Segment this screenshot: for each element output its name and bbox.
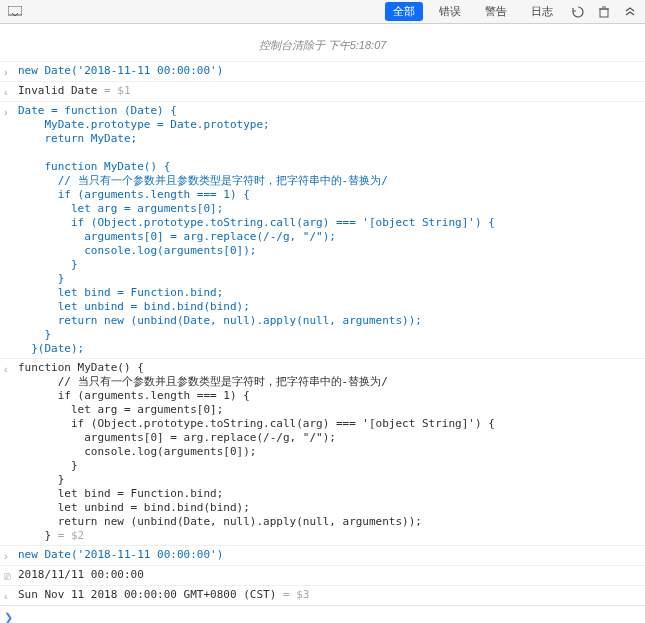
entry-text: Invalid Date = $1 (18, 84, 131, 98)
chevron-up-icon[interactable] (621, 3, 639, 21)
result-index: = $2 (51, 529, 84, 542)
chevron-right-icon: › (4, 64, 18, 79)
tab-logs[interactable]: 日志 (523, 2, 561, 21)
svg-rect-1 (600, 9, 608, 17)
console-result: ‹Sun Nov 11 2018 00:00:00 GMT+0800 (CST)… (0, 585, 645, 605)
console-result: ‹function MyDate() { // 当只有一个参数并且参数类型是字符… (0, 358, 645, 545)
entry-text: Date = function (Date) { MyDate.prototyp… (18, 104, 495, 356)
chevron-left-icon: ‹ (4, 84, 18, 99)
console-command: ›new Date('2018-11-11 00:00:00') (0, 61, 645, 81)
console-command: ›new Date('2018-11-11 00:00:00') (0, 545, 645, 565)
tab-all[interactable]: 全部 (385, 2, 423, 21)
reload-icon[interactable] (569, 3, 587, 21)
tab-errors[interactable]: 错误 (431, 2, 469, 21)
tab-warnings[interactable]: 警告 (477, 2, 515, 21)
entry-text: Sun Nov 11 2018 00:00:00 GMT+0800 (CST) … (18, 588, 309, 602)
console-prompt[interactable]: ❯ (0, 605, 645, 623)
prompt-chevron-icon: ❯ (4, 611, 18, 623)
console-toolbar: 全部 错误 警告 日志 (0, 0, 645, 24)
log-icon: ⎚ (4, 568, 18, 583)
console-input[interactable] (18, 610, 641, 623)
result-index: = $1 (97, 84, 130, 97)
entry-text: new Date('2018-11-11 00:00:00') (18, 548, 223, 562)
entry-text: function MyDate() { // 当只有一个参数并且参数类型是字符时… (18, 361, 495, 543)
result-index: = $3 (276, 588, 309, 601)
chevron-left-icon: ‹ (4, 361, 18, 376)
trash-icon[interactable] (595, 3, 613, 21)
console-entries: ›new Date('2018-11-11 00:00:00')‹Invalid… (0, 61, 645, 605)
console-cleared-message: 控制台清除于 下午5:18:07 (0, 24, 645, 61)
svg-rect-0 (8, 6, 22, 15)
console-result: ‹Invalid Date = $1 (0, 81, 645, 101)
chevron-right-icon: › (4, 104, 18, 119)
chevron-left-icon: ‹ (4, 588, 18, 603)
console-command: ›Date = function (Date) { MyDate.prototy… (0, 101, 645, 358)
entry-text: 2018/11/11 00:00:00 (18, 568, 144, 582)
filter-dropdown-icon[interactable] (6, 3, 24, 21)
chevron-right-icon: › (4, 548, 18, 563)
console-log: ⎚2018/11/11 00:00:00 (0, 565, 645, 585)
entry-text: new Date('2018-11-11 00:00:00') (18, 64, 223, 78)
